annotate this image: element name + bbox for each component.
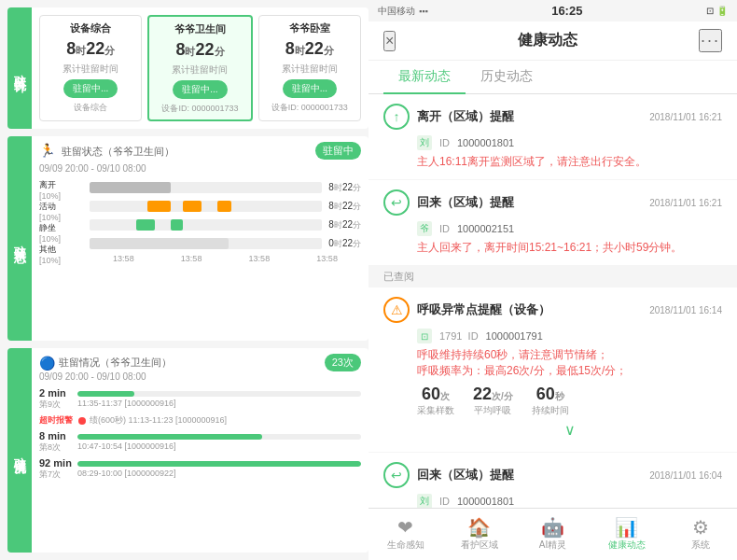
stat-duration: 60秒 持续时间 bbox=[532, 385, 569, 417]
status-badge: 驻留中 bbox=[315, 142, 361, 160]
stat-samples: 60次 采集样数 bbox=[417, 385, 454, 417]
status-header: 🏃 驻留状态（爷爷卫生间） 驻留中 bbox=[39, 142, 361, 160]
app-header: × 健康动态 ··· bbox=[368, 21, 737, 61]
feed-meta: ⊡ 1791 ID 1000001791 bbox=[383, 329, 722, 343]
sit-list: 2 min 第9次 11:35-11:37 [1000000916] 超时报警 bbox=[39, 387, 361, 481]
status-label: 驻留状态 bbox=[7, 136, 32, 341]
status-bar-right: ⊡ 🔋 bbox=[706, 6, 728, 16]
person-icon: 爷 bbox=[417, 221, 432, 236]
stat-value: 60秒 bbox=[536, 385, 564, 404]
feed-item-time: 2018/11/01 16:21 bbox=[649, 112, 722, 122]
system-icon: ⚙ bbox=[692, 518, 709, 537]
feed-item-title: 离开（区域）提醒 bbox=[417, 108, 514, 125]
nav-label: 系统 bbox=[691, 539, 710, 552]
person-icon: 刘 bbox=[417, 135, 432, 150]
feed-body: 主人16:11离开监测区域了，请注意出行安全。 bbox=[383, 154, 722, 170]
id-label: ID bbox=[439, 137, 450, 148]
feed-title-row: ↩ 回来（区域）提醒 bbox=[383, 462, 514, 488]
tab-latest[interactable]: 最新动态 bbox=[383, 61, 466, 94]
status-bar: 中国移动 ▪▪▪ 16:25 ⊡ 🔋 bbox=[368, 0, 737, 21]
feed-title-row: ⚠ 呼吸异常点提醒（设备） bbox=[383, 297, 550, 323]
feed-title-row: ↑ 离开（区域）提醒 bbox=[383, 104, 514, 130]
stats-tabs: 设备综合 8时22分 累计驻留时间 驻留中... 设备综合 爷爷卫生间 8时22… bbox=[39, 15, 361, 121]
leave-icon: ↑ bbox=[383, 104, 410, 130]
app-tabs: 最新动态 历史动态 bbox=[368, 61, 737, 94]
sit-item: 2 min 第9次 11:35-11:37 [1000000916] bbox=[39, 387, 361, 411]
feed-item-title: 回来（区域）提醒 bbox=[417, 467, 514, 483]
nav-area[interactable]: 🏠 看护区域 bbox=[442, 509, 516, 560]
nav-ai[interactable]: 🤖 AI精灵 bbox=[516, 509, 590, 560]
stat-label: 平均呼吸 bbox=[474, 404, 511, 417]
feed-meta: 刘 ID 1000001801 bbox=[383, 135, 722, 150]
stat-tab-1[interactable]: 爷爷卫生间 8时22分 累计驻留时间 驻留中... 设备ID: 00000017… bbox=[147, 15, 252, 121]
warning-icon: ⚠ bbox=[383, 297, 410, 323]
chart-labels: 离开 [10%] 活动 [10%] 静坐 [10%] 其他 [10%] bbox=[39, 179, 86, 263]
feed-item-time: 2018/11/01 16:14 bbox=[649, 305, 722, 315]
feed-item-leave: ↑ 离开（区域）提醒 2018/11/01 16:21 刘 ID 1000001… bbox=[368, 94, 737, 180]
feed-body: 主人回来了，离开时间15:21~16:21；共小时59分钟。 bbox=[383, 240, 722, 256]
id-value: 1000001801 bbox=[457, 137, 514, 148]
nav-health[interactable]: 📊 健康动态 bbox=[590, 509, 663, 560]
statistics-label: 驻留统计 bbox=[7, 7, 32, 129]
app-title: 健康动态 bbox=[518, 31, 577, 50]
situation-section: 驻留情况 🔵 驻留情况（爷爷卫生间） 23次 09/09 20:00 - 09/… bbox=[7, 348, 368, 553]
situation-label: 驻留情况 bbox=[7, 348, 32, 553]
feed-stats: 60次 采集样数 22次/分 平均呼吸 60秒 持续时间 bbox=[383, 385, 722, 417]
feed-item-breath: ⚠ 呼吸异常点提醒（设备） 2018/11/01 16:14 ⊡ 1791 ID… bbox=[368, 287, 737, 453]
status-time-range: 09/09 20:00 - 09/10 08:00 bbox=[39, 163, 361, 174]
more-button[interactable]: ··· bbox=[699, 29, 722, 52]
feed-item-header: ⚠ 呼吸异常点提醒（设备） 2018/11/01 16:14 bbox=[383, 297, 722, 323]
stat-breath: 22次/分 平均呼吸 bbox=[473, 385, 513, 417]
area-icon: 🏠 bbox=[467, 518, 491, 537]
nav-label: 生命感知 bbox=[387, 539, 424, 552]
close-button[interactable]: × bbox=[383, 31, 396, 51]
status-content: 🏃 驻留状态（爷爷卫生间） 驻留中 09/09 20:00 - 09/10 08… bbox=[32, 136, 368, 341]
status-bar-left: 中国移动 ▪▪▪ bbox=[378, 5, 428, 18]
health-icon: 📊 bbox=[615, 518, 638, 537]
ai-icon: 🤖 bbox=[541, 518, 564, 537]
statistics-section: 驻留统计 设备综合 8时22分 累计驻留时间 驻留中... 设备综合 爷爷卫生间… bbox=[7, 7, 368, 129]
id-label: ID bbox=[439, 496, 450, 507]
feed-meta: 刘 ID 1000001801 bbox=[383, 494, 722, 508]
id-label: 1791 ID bbox=[439, 330, 479, 342]
expand-icon[interactable]: ∨ bbox=[383, 417, 722, 442]
id-value: 1000001801 bbox=[457, 496, 514, 507]
chart-area: 离开 [10%] 活动 [10%] 静坐 [10%] 其他 [10%] bbox=[39, 179, 361, 263]
situation-content: 🔵 驻留情况（爷爷卫生间） 23次 09/09 20:00 - 09/10 08… bbox=[32, 348, 368, 553]
nav-system[interactable]: ⚙ 系统 bbox=[663, 509, 737, 560]
feed-title-row: ↩ 回来（区域）提醒 bbox=[383, 189, 514, 216]
return-icon: ↩ bbox=[383, 189, 410, 216]
feed-item-header: ↑ 离开（区域）提醒 2018/11/01 16:21 bbox=[383, 104, 722, 130]
feed-meta: 爷 ID 1000002151 bbox=[383, 221, 722, 236]
sit-header: 🔵 驻留情况（爷爷卫生间） 23次 bbox=[39, 354, 361, 371]
status-section: 驻留状态 🏃 驻留状态（爷爷卫生间） 驻留中 09/09 20:00 - 09/… bbox=[7, 136, 368, 341]
person-icon: 刘 bbox=[417, 494, 432, 508]
feed-item-title: 回来（区域）提醒 bbox=[417, 194, 514, 211]
nav-vitals[interactable]: ❤ 生命感知 bbox=[368, 509, 442, 560]
feed-item-time: 2018/11/01 16:21 bbox=[649, 198, 722, 208]
chart-rows: 8时22分 8时22分 bbox=[90, 179, 361, 263]
sit-count: 23次 bbox=[325, 354, 361, 371]
feed-body: 呼吸维持持续60秒，请注意调节情绪；呼吸频率为：最高26次/分，最低15次/分； bbox=[383, 347, 722, 379]
id-value: 1000001791 bbox=[486, 330, 543, 342]
feed-item-return: ↩ 回来（区域）提醒 2018/11/01 16:21 爷 ID 1000002… bbox=[368, 180, 737, 266]
status-bar-time: 16:25 bbox=[551, 4, 582, 18]
stat-value: 22次/分 bbox=[473, 385, 513, 404]
label-other: 其他 [10%] bbox=[39, 244, 86, 265]
feed-item-title: 呼吸异常点提醒（设备） bbox=[417, 301, 550, 318]
label-leave: 离开 [10%] bbox=[39, 179, 86, 201]
label-active: 活动 [10%] bbox=[39, 201, 86, 222]
stat-tab-0[interactable]: 设备综合 8时22分 累计驻留时间 驻留中... 设备综合 bbox=[39, 15, 142, 121]
nav-label: 健康动态 bbox=[608, 539, 646, 552]
sit-time-range: 09/09 20:00 - 09/10 08:00 bbox=[39, 371, 361, 382]
left-panel: 驻留统计 设备综合 8时22分 累计驻留时间 驻留中... 设备综合 爷爷卫生间… bbox=[0, 0, 368, 560]
right-panel: 中国移动 ▪▪▪ 16:25 ⊡ 🔋 × 健康动态 ··· 最新动态 历史动态 … bbox=[368, 0, 737, 560]
stat-tab-2[interactable]: 爷爷卧室 8时22分 累计驻留时间 驻留中... 设备ID: 000000173… bbox=[258, 15, 361, 121]
sit-title: 驻留情况（爷爷卫生间） bbox=[59, 356, 172, 370]
feed-item-time: 2018/11/01 16:04 bbox=[649, 470, 722, 481]
feed-divider: 已查阅 bbox=[368, 266, 737, 287]
label-sit: 静坐 [10%] bbox=[39, 222, 86, 244]
sit-item: 92 min 第7次 08:29-10:00 [1000000922] bbox=[39, 457, 361, 481]
feed-item-return2: ↩ 回来（区域）提醒 2018/11/01 16:04 刘 ID 1000001… bbox=[368, 453, 737, 508]
tab-history[interactable]: 历史动态 bbox=[466, 61, 548, 94]
